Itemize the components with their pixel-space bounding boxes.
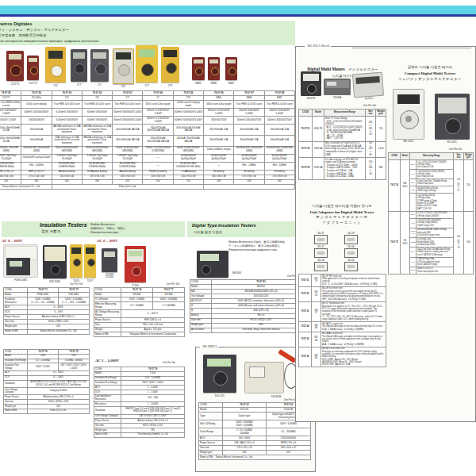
issa-compact-table: CODEModelMeasuring RangeSize mmWeight gr… [388, 152, 474, 274]
meter-dial [228, 67, 236, 75]
meter-display [327, 82, 336, 86]
table-cell: 1,000nF/ 10μ/100μ/ 10,000μF [113, 154, 143, 162]
table-cell: 130 x 205 x 66 [366, 141, 376, 157]
table-cell: 6A/10A continuous or 20A overload for 30… [82, 125, 112, 136]
adaptor-face [347, 238, 355, 241]
table-cell: Scale Range [199, 428, 223, 436]
table-cell: 123 x 82 x 25 [454, 159, 464, 211]
compact-jp: コンパクトデジタルマルチテスター [387, 77, 473, 83]
meter-dial [195, 67, 203, 75]
table-cell: 320mV/ 3.2/32/320V/ 1,000V [143, 109, 173, 117]
table-cell: 79 57 62 [299, 286, 312, 301]
table-cell: 200 x 135 x 58 [366, 117, 376, 141]
table-cell: 0.5m/2.5m/25m/ 250mA ±3%rdg 250mV drop m… [416, 179, 454, 186]
adaptor-face [317, 265, 324, 268]
table-cell: DCA [410, 248, 416, 257]
table-cell: 600mV/ 6/60/600V [82, 109, 112, 117]
table-cell: Accessories [190, 328, 212, 332]
table-cell: 40m/400mA/ 10A [234, 125, 264, 136]
table-cell: 1,000nF/ 10μ/100μ/ 10,000μF [82, 154, 112, 162]
table-cell: Fluke (U.K.) Ltd. [52, 184, 203, 189]
table-cell: 5Hz - 100kHz [21, 162, 52, 170]
table-cell: 79 57 56 [389, 159, 401, 211]
meter-display [48, 51, 63, 59]
table-cell: Effective Measuring Range [94, 302, 121, 310]
digital-insulation-title: Digital Type Insulation Testers [192, 223, 256, 228]
table-cell: True RMS & 6,000 count [52, 101, 82, 109]
table-cell: — [410, 194, 416, 211]
table-cell: DCA [410, 179, 416, 186]
product-dg525: DG-525 [203, 355, 236, 393]
product-dm5085: DM-5085 [43, 245, 67, 278]
table-cell: 400u/4000uA/ 6(2m)A/ 6A/10A [173, 125, 203, 136]
meter-display [194, 60, 203, 63]
table-cell: Type [199, 413, 223, 420]
table-row: Name of Mfr.Fluke (U.K.) Ltd. [4, 409, 90, 413]
table-cell: MU-3T Temperature unit Resolution is as … [321, 301, 386, 322]
table-cell: 710 [376, 117, 386, 141]
meter-dial [51, 65, 63, 77]
insulation-title: Insulation Testers [40, 222, 87, 228]
table-row: Effective Measuring Range0.1 / 100MΩ1 / … [94, 302, 185, 310]
table-cell: Size mm [366, 109, 376, 117]
impa-tag: ’86 IMPA [200, 344, 218, 348]
table-row: 4/40/400V/ 1,000V4/40/400/600V6,000mV/ 6… [0, 117, 295, 125]
table-row: 79 57 66MU 6BMU-6B Circuit check unit Fu… [299, 347, 386, 367]
table-cell: 400Ω/4k/40k/ 400kΩ/4M/ 40MΩ [264, 146, 294, 154]
header-title: Multímetros Digitales [0, 21, 33, 26]
adaptor-face [347, 251, 355, 255]
product-7300sa: 7300SA [324, 79, 351, 95]
table-cell: Multi TV Check Range · DCV : 0.1/0.5/2.5… [324, 117, 366, 141]
meter-dial [166, 63, 177, 74]
table-cell: Name of Mfr. [94, 432, 121, 437]
header-line-jp: コンパクト・システム・デジタル・マルチテスター [0, 28, 69, 32]
table-cell: 600mV/ 6/60/600V/1,000V [173, 117, 203, 125]
table-row: 79 57 65MU 5AMU-5A AC current unit The 2… [299, 332, 386, 347]
table-cell: ED 450C [401, 211, 410, 274]
table-cell: True RMS & 6,000 count [113, 101, 143, 109]
table-cell: Measuring Range [410, 153, 454, 160]
table-cell: 4000uA/ 32m/320mA/ 6A/10A [173, 135, 203, 146]
adaptor-mu6a: MU-6A [344, 248, 358, 258]
table-row: 79 57 514300 TRMulti TV Check Range · DC… [299, 117, 386, 141]
table-cell: DCV [410, 211, 416, 218]
table-row: TypeDigital typeDigital type with ACV, D… [199, 413, 311, 420]
product-321343: 321343 321344 [102, 248, 117, 272]
table-cell: 600mV/ 6/60/600V/1,000V [113, 109, 143, 117]
product-label: MM7 [219, 82, 244, 85]
meter-display [104, 251, 115, 257]
meter-display [10, 261, 22, 267]
table-row: 400u/4000u/ 40m/400mA/ 4/12A40m/400mA6A/… [0, 125, 295, 136]
table-cell: AC Voltage Measuring Range [94, 310, 121, 318]
issa-tag: ’86 ISSA Book [305, 44, 331, 48]
table-row: 79 57 63MU 3TMU-3T Temperature unit Reso… [299, 301, 386, 322]
table-row: Sanwa Electric Instrument CO., Ltd.Fluke… [0, 184, 295, 189]
adaptor-label: MU-3T [315, 246, 327, 248]
table-cell: Standards [94, 407, 121, 414]
table-cell: 32m/320mA/ 10A [204, 125, 234, 136]
insulation-table-sanwa: CODE79 57 7179 57 72ModelPDM-5085DM-5085… [3, 287, 90, 335]
table-cell: 10A continuous or 20A overload for 30 se… [52, 135, 82, 146]
table-cell: 130 x 205 x 66 [366, 157, 376, 179]
table-cell: Weight grm [464, 153, 474, 160]
table-row: 79 57 57ED 450CDCV0.25/1/2.5/10/25/ 100/… [389, 211, 474, 218]
table-cell: 3200 count & bar graph [143, 101, 173, 109]
unit-per-set: Unit Per Set [163, 361, 175, 364]
adaptor-label: MU-5A [315, 259, 327, 262]
table-row: 79 57 539100 SA0.1 μA resolution on DCV·… [299, 157, 386, 179]
table-cell: OHMS [410, 228, 416, 237]
product-it100: IT100 [125, 246, 146, 282]
table-cell: 4300 TR [313, 117, 324, 141]
table-cell: 400u/4000u/ 40m/400mA/ 4/12A [0, 125, 21, 136]
table-cell: 79 57 52 [299, 141, 313, 157]
table-cell: MU-6B Circuit check unit Functions as a … [321, 347, 386, 367]
product-177-yellow: 177 [136, 45, 158, 83]
meter-dial [307, 84, 317, 94]
header-line-ru: Цифровые контрольно-измерительные прибор… [0, 39, 99, 43]
product-label: MD-200C [387, 140, 430, 144]
table-cell: 3400 count & bar graph [204, 101, 234, 109]
product-label: ED-450C [428, 141, 476, 144]
meter-display [163, 50, 177, 57]
product-mm5: MM5 [192, 57, 205, 80]
table-cell: Fluke (U.K.) Ltd. [28, 409, 90, 413]
